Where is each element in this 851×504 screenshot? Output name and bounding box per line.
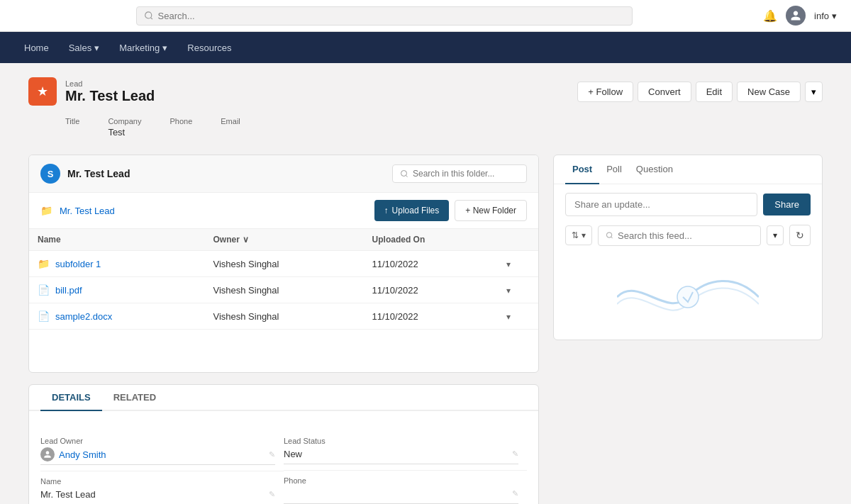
field-label-company: Company [108,117,141,125]
upload-files-button[interactable]: ↑ Upload Files [374,200,450,221]
files-card: S Mr. Test Lead 📁 Mr. Test Lead [28,155,539,373]
convert-button[interactable]: Convert [638,82,691,102]
svg-line-1 [150,18,152,19]
lead-status-value: New ✎ [284,447,518,464]
pdf-icon: 📄 [38,284,50,296]
feed-sort-button[interactable]: ⇅ ▾ [565,225,592,245]
nav-sales[interactable]: Sales ▾ [59,32,110,63]
feed-controls: ⇅ ▾ ▾ ↻ [565,225,811,246]
field-phone-detail: Phone ✎ [284,471,527,504]
file-name-link[interactable]: subfolder 1 [55,259,101,269]
svg-line-3 [406,175,407,177]
lead-actions: + Follow Convert Edit New Case ▾ [577,82,823,102]
files-card-spacer [29,330,538,372]
feed-search[interactable] [598,225,761,246]
owner-link[interactable]: Andy Smith [59,449,106,460]
files-card-title: Mr. Test Lead [67,168,130,179]
wave-illustration [617,269,759,325]
files-card-header: S Mr. Test Lead [29,155,538,193]
filter-icon: ▾ [773,230,777,240]
search-icon [400,169,408,178]
breadcrumb-folder-icon: 📁 [40,205,52,216]
file-uploaded: 11/10/2022 [364,303,498,330]
tab-question[interactable]: Question [629,155,680,184]
chevron-down-icon: ▾ [162,43,167,53]
global-search-bar[interactable] [136,6,633,26]
file-owner: Vishesh Singhal [204,303,363,330]
left-column: S Mr. Test Lead 📁 Mr. Test Lead [28,155,539,504]
row-action-button[interactable]: ▾ [506,286,511,296]
share-input[interactable] [565,193,757,216]
files-card-title-block: S Mr. Test Lead [40,164,130,184]
svg-point-4 [606,233,611,237]
tab-details[interactable]: DETAILS [40,385,102,411]
nav-home[interactable]: Home [14,32,59,63]
col-name: Name [29,229,204,251]
edit-icon: ✎ [512,489,518,498]
files-table: Name Owner ∨ Uploaded On [29,229,538,330]
tab-post[interactable]: Post [565,155,599,184]
edit-button[interactable]: Edit [696,82,733,102]
field-company: Company Test [108,117,141,138]
feed-refresh-button[interactable]: ↻ [789,225,811,246]
field-phone: Phone [169,117,192,138]
chevron-down-icon: ▾ [832,11,837,21]
toolbar-buttons: ↑ Upload Files + New Folder [374,200,527,221]
sort-chevron-icon: ▾ [582,230,586,240]
table-row: 📄 sample2.docx Vishesh Singhal 11/10/202… [29,303,538,330]
nav-bar: Home Sales ▾ Marketing ▾ Resources [0,32,851,63]
edit-icon: ✎ [269,450,275,459]
feed-search-input[interactable] [618,230,753,241]
nav-marketing[interactable]: Marketing ▾ [109,32,177,63]
lead-icon: ★ [28,77,57,106]
nav-resources[interactable]: Resources [177,32,241,63]
user-label: info [814,11,829,21]
file-name-link[interactable]: sample2.docx [55,311,112,322]
file-uploaded: 11/10/2022 [364,251,498,277]
svg-point-6 [677,286,699,308]
name-label: Name [40,477,275,486]
col-actions [498,229,538,251]
share-button[interactable]: Share [763,194,811,215]
page-content: ★ Lead Mr. Test Lead + Follow Convert Ed… [14,63,837,504]
row-action-button[interactable]: ▾ [506,259,511,269]
more-actions-button[interactable]: ▾ [805,82,823,102]
lead-name: Mr. Test Lead [65,88,155,104]
phone-label: Phone [284,476,518,485]
name-value: Mr. Test Lead ✎ [40,488,275,504]
tab-related[interactable]: RELATED [102,385,167,411]
lead-header: ★ Lead Mr. Test Lead + Follow Convert Ed… [28,77,823,106]
avatar[interactable] [786,6,806,26]
new-folder-button[interactable]: + New Folder [455,200,527,221]
feed-filter-button[interactable]: ▾ [767,225,784,245]
field-lead-owner: Lead Owner Andy Smith [40,431,284,471]
main-layout: S Mr. Test Lead 📁 Mr. Test Lead [28,155,823,504]
col-owner: Owner ∨ [204,229,363,251]
docx-icon: 📄 [38,310,50,322]
tab-poll[interactable]: Poll [599,155,629,184]
file-name-link[interactable]: bill.pdf [55,285,82,296]
svg-line-5 [611,237,613,238]
folder-search[interactable] [392,164,527,183]
new-case-button[interactable]: New Case [737,82,801,102]
search-icon [144,11,154,21]
row-action-button[interactable]: ▾ [506,312,511,322]
svg-point-0 [145,12,152,18]
detail-fields-left: Lead Owner Andy Smith [40,431,284,504]
field-label-email: Email [221,117,240,125]
post-card: Post Poll Question Share ⇅ ▾ [553,155,823,340]
lead-owner-label: Lead Owner [40,437,275,445]
breadcrumb-link[interactable]: Mr. Test Lead [60,206,115,216]
col-uploaded: Uploaded On [364,229,498,251]
bell-icon[interactable]: 🔔 [763,9,777,23]
lead-badge: Lead [65,79,155,88]
post-tabs: Post Poll Question [554,155,822,184]
field-label-phone: Phone [169,117,192,125]
sort-icon[interactable]: ∨ [243,235,249,245]
field-title: Title [65,117,79,138]
follow-button[interactable]: + Follow [577,82,633,102]
user-menu[interactable]: info ▾ [814,11,837,21]
table-row: 📄 bill.pdf Vishesh Singhal 11/10/2022 ▾ [29,277,538,303]
search-input[interactable] [158,11,625,21]
folder-search-input[interactable] [413,169,519,179]
